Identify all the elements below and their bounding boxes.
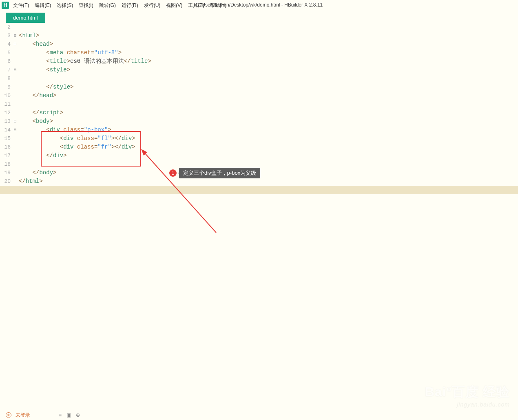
- code-content[interactable]: [18, 100, 33, 109]
- code-content[interactable]: <title>es6 语法的基本用法</title>: [18, 57, 151, 66]
- code-line[interactable]: 11: [0, 100, 518, 109]
- fold-icon[interactable]: ⊟: [12, 31, 18, 40]
- code-content[interactable]: <head>: [18, 40, 53, 49]
- line-number: 12: [0, 109, 12, 117]
- code-content[interactable]: <meta charset="utf-8">: [18, 49, 122, 57]
- code-line[interactable]: 15 <div class="fl"></div>: [0, 134, 518, 143]
- code-line[interactable]: 7⊟ <style>: [0, 66, 518, 74]
- code-content[interactable]: </head>: [18, 91, 56, 100]
- code-content[interactable]: [18, 74, 60, 83]
- line-number: 19: [0, 169, 12, 177]
- login-status[interactable]: 未登录: [15, 412, 30, 419]
- menu-item-0[interactable]: 文件(F): [13, 2, 29, 9]
- watermark-main: Bai°百度 经验: [425, 383, 510, 401]
- menu-item-3[interactable]: 查找(I): [79, 2, 93, 9]
- menu-items: 文件(F)编辑(E)选择(S)查找(I)跳转(G)运行(R)发行(U)视图(V)…: [13, 2, 226, 9]
- code-line[interactable]: 14⊟ <div class="p-box">: [0, 126, 518, 134]
- indent-icon[interactable]: ≡: [59, 412, 62, 418]
- menu-item-2[interactable]: 选择(S): [57, 2, 73, 9]
- window-title: C:/Users/admin/Desktop/wk/demo.html - HB…: [195, 2, 323, 8]
- watermark: Bai°百度 经验 jingyan.baidu.com: [425, 383, 510, 408]
- tab-active[interactable]: demo.html: [6, 13, 45, 23]
- code-line[interactable]: 16 <div class="fr"></div>: [0, 143, 518, 151]
- line-number: 8: [0, 74, 12, 83]
- fold-icon[interactable]: ⊟: [12, 126, 18, 134]
- code-content[interactable]: </html>: [18, 177, 43, 186]
- code-line[interactable]: 17 </div>: [0, 151, 518, 160]
- code-content[interactable]: <div class="fl"></div>: [18, 134, 135, 143]
- code-line[interactable]: 5 <meta charset="utf-8">: [0, 49, 518, 57]
- code-content[interactable]: [18, 160, 46, 169]
- code-content[interactable]: <div class="p-box">: [18, 126, 111, 134]
- line-number: 5: [0, 49, 12, 57]
- menu-item-7[interactable]: 视图(V): [166, 2, 182, 9]
- status-icons: ≡ ▣ ⊕: [59, 412, 80, 418]
- browser-icon[interactable]: ⊕: [76, 412, 80, 418]
- annotation-text: 定义三个div盒子，p-box为父级: [179, 168, 260, 178]
- code-line[interactable]: 13⊟ <body>: [0, 117, 518, 126]
- menu-item-6[interactable]: 发行(U): [144, 2, 161, 9]
- app-logo: H: [2, 2, 9, 9]
- code-content[interactable]: <html>: [18, 31, 39, 40]
- current-line-highlight: [0, 186, 518, 194]
- line-number: 2: [0, 23, 12, 31]
- code-content[interactable]: </style>: [18, 83, 73, 91]
- menu-item-5[interactable]: 运行(R): [122, 2, 138, 9]
- line-number: 7: [0, 66, 12, 74]
- code-line[interactable]: 2: [0, 23, 518, 31]
- fold-icon[interactable]: ⊟: [12, 40, 18, 49]
- annotation-callout: 1 定义三个div盒子，p-box为父级: [169, 168, 260, 178]
- code-line[interactable]: 12 </script>: [0, 109, 518, 117]
- fold-icon[interactable]: ⊟: [12, 66, 18, 74]
- line-number: 18: [0, 160, 12, 169]
- line-number: 4: [0, 40, 12, 49]
- menu-item-4[interactable]: 跳转(G): [99, 2, 116, 9]
- code-line[interactable]: 4⊟ <head>: [0, 40, 518, 49]
- line-number: 6: [0, 57, 12, 66]
- line-number: 14: [0, 126, 12, 134]
- annotation-number-badge: 1: [169, 169, 177, 177]
- line-number: 13: [0, 117, 12, 126]
- code-content[interactable]: </body>: [18, 169, 56, 177]
- code-line[interactable]: 6 <title>es6 语法的基本用法</title>: [0, 57, 518, 66]
- code-content[interactable]: </script>: [18, 109, 63, 117]
- status-bar: ✶ 未登录 ≡ ▣ ⊕: [0, 410, 518, 420]
- menu-item-1[interactable]: 编辑(E): [35, 2, 51, 9]
- user-icon[interactable]: ✶: [6, 412, 11, 418]
- code-line[interactable]: 3⊟<html>: [0, 31, 518, 40]
- code-line[interactable]: 9 </style>: [0, 83, 518, 91]
- line-number: 9: [0, 83, 12, 91]
- line-number: 10: [0, 91, 12, 100]
- code-line[interactable]: 20</html>: [0, 177, 518, 186]
- terminal-icon[interactable]: ▣: [66, 412, 71, 418]
- line-number: 15: [0, 134, 12, 143]
- line-number: 3: [0, 31, 12, 40]
- watermark-sub: jingyan.baidu.com: [425, 401, 510, 408]
- code-line[interactable]: 18: [0, 160, 518, 169]
- code-line[interactable]: 8: [0, 74, 518, 83]
- line-number: 17: [0, 151, 12, 160]
- code-line[interactable]: 10 </head>: [0, 91, 518, 100]
- code-content[interactable]: </div>: [18, 151, 67, 160]
- code-content[interactable]: <body>: [18, 117, 53, 126]
- line-number: 16: [0, 143, 12, 151]
- code-content[interactable]: <div class="fr"></div>: [18, 143, 135, 151]
- tab-bar: demo.html: [0, 11, 518, 23]
- fold-icon[interactable]: ⊟: [12, 117, 18, 126]
- code-content[interactable]: <style>: [18, 66, 70, 74]
- line-number: 11: [0, 100, 12, 109]
- line-number: 20: [0, 177, 12, 186]
